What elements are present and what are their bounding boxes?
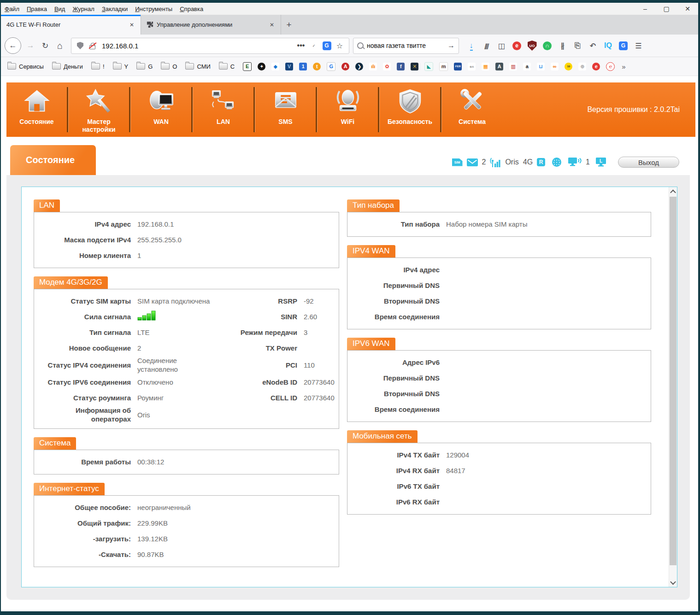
insecure-lock-icon[interactable] [86, 40, 98, 52]
translate-fav-icon[interactable]: G [327, 62, 335, 71]
bars-chart-icon[interactable]: ılı [369, 63, 377, 70]
nav-item-sms[interactable]: SMS [255, 82, 316, 137]
sidebar-icon[interactable]: ◫ [494, 39, 509, 53]
clipboard-add-icon[interactable]: ⎘ [570, 39, 585, 53]
cart-icon[interactable]: ⊔ [537, 63, 545, 70]
bookmark-folder-6[interactable]: O [161, 63, 177, 70]
url-bar[interactable]: 192.168.0.1 •••✓G☆ [71, 38, 349, 54]
chain-icon[interactable]: ∞ [551, 63, 559, 70]
logout-button[interactable]: Выход [618, 157, 679, 168]
ublock-origin-icon[interactable]: UO [524, 39, 540, 53]
bag-icon[interactable]: ▥ [509, 63, 517, 70]
pinwheel-icon[interactable]: ✿ [383, 63, 391, 70]
download-icon[interactable]: ↓ [464, 39, 479, 53]
overflow-dots-icon[interactable]: ••• [294, 39, 307, 53]
maximize-button[interactable]: ▢ [656, 5, 677, 12]
search-input[interactable]: новая газета твитте [367, 42, 447, 49]
nav-item-wifi[interactable]: WiFi [318, 82, 378, 137]
search-bar[interactable]: новая газета твитте → [353, 38, 459, 54]
bookmark-folder-7[interactable]: СМИ [185, 63, 210, 70]
row-label: Статус роуминга [34, 393, 131, 402]
nav-item-lan[interactable]: LAN [193, 82, 253, 137]
page-tab-status[interactable]: Состояние [10, 145, 96, 175]
minimize-button[interactable]: – [635, 5, 656, 12]
bookmark-folder-8[interactable]: C [219, 63, 235, 70]
menu-item-7[interactable]: Справка [176, 4, 207, 14]
scroll-up-button[interactable] [669, 187, 677, 196]
x-gold-icon[interactable]: ✕ [411, 63, 418, 70]
nav-item-мастер-настройки[interactable]: Мастер настройки [69, 82, 129, 137]
bookmark-folder-1[interactable]: Сервисы [7, 63, 44, 70]
ten-circle-icon[interactable]: 10 [565, 63, 572, 70]
tracking-shield-icon[interactable] [74, 40, 86, 52]
e-outline-icon[interactable]: ℮ [606, 62, 615, 71]
scrollbar-thumb[interactable] [670, 197, 676, 565]
chevron-dark-icon[interactable]: ❯ [355, 63, 363, 70]
new-tab-button[interactable]: + [281, 15, 297, 35]
medium-m-icon[interactable]: m [439, 62, 448, 71]
bookmark-star-icon[interactable]: ☆ [333, 39, 346, 53]
e-red-icon[interactable]: e [592, 63, 600, 70]
bookmark-folder-3[interactable]: ! [91, 63, 105, 70]
tab-close-icon[interactable]: ✕ [267, 20, 277, 30]
bookmark-folder-2[interactable]: Деньги [52, 63, 83, 70]
fer-icon[interactable]: FER [454, 63, 462, 70]
menu-item-3[interactable]: Вид [51, 4, 69, 14]
scroll-down-button[interactable] [669, 578, 677, 587]
amazon-icon[interactable]: a [523, 63, 531, 70]
menu-item-6[interactable]: Инструменты [131, 4, 176, 14]
nav-item-безопасность[interactable]: Безопасность [380, 82, 440, 137]
puzzle-icon [147, 21, 153, 28]
bookmark-folder-5[interactable]: G [136, 63, 153, 70]
tab-2[interactable]: Управление дополнениями✕ [141, 15, 281, 35]
translate-icon[interactable]: G [616, 39, 631, 53]
forward-button[interactable]: → [23, 38, 38, 53]
globe-grey-icon[interactable]: ⊕ [578, 63, 586, 70]
back-button[interactable]: ← [5, 37, 21, 54]
stylus-bars-icon[interactable]: ∦ [555, 39, 570, 53]
library-icon[interactable]: ||| [479, 39, 494, 53]
content-scrollbar[interactable] [669, 187, 677, 587]
evernote-elephant-icon[interactable]: ∩ [540, 39, 555, 53]
translate-page-icon[interactable]: G [320, 39, 333, 53]
menu-item-5[interactable]: Закладки [98, 4, 131, 14]
bookmark-folder-4[interactable]: Y [113, 63, 129, 70]
a-red-circle-icon[interactable]: A [341, 63, 349, 70]
undo-session-icon[interactable]: ↶ [585, 39, 600, 53]
nav-item-состояние[interactable]: Состояние [6, 82, 67, 137]
url-input[interactable]: 192.168.0.1 [98, 42, 294, 50]
one-box-icon[interactable]: 1 [299, 63, 307, 70]
menu-hamburger-icon[interactable]: ☰ [631, 39, 646, 53]
table-row: Новое сообщение2TX Power [34, 340, 339, 356]
z-teal-icon[interactable]: ◣ [424, 62, 433, 71]
bookmarks-overflow-icon[interactable]: » [622, 63, 625, 70]
tab-close-icon[interactable]: ✕ [127, 20, 137, 30]
protections-check-icon[interactable]: ✓ [307, 39, 320, 53]
red-e-extension-icon[interactable]: e [509, 39, 524, 53]
water-drop-icon[interactable]: ◆ [271, 63, 279, 70]
menu-item-1[interactable]: Файл [1, 4, 23, 14]
panel-title: Система [34, 437, 76, 450]
v-wing-icon[interactable]: V [285, 63, 293, 70]
iq-icon[interactable]: IQ [600, 39, 616, 53]
a-dark-icon[interactable]: A [495, 63, 503, 70]
globe-a-icon[interactable]: ⊕A [468, 63, 476, 70]
search-go-icon[interactable]: → [447, 41, 455, 50]
nav-item-wan[interactable]: WAN [131, 82, 191, 137]
row-label-2: eNodeB ID [220, 378, 297, 387]
tiles-icon[interactable]: ▦ [482, 63, 489, 70]
spark-badge-icon[interactable]: ✦ [258, 63, 265, 70]
table-row: Первичный DNS [347, 277, 651, 293]
home-button[interactable]: ⌂ [53, 38, 67, 53]
ebook-e-icon[interactable]: E [243, 62, 252, 71]
tab-1[interactable]: 4G LTE W-Fi Router✕ [1, 15, 141, 35]
nav-item-система[interactable]: Система [442, 82, 502, 137]
menu-item-4[interactable]: Журнал [69, 4, 98, 14]
t-circle-icon[interactable]: t [313, 63, 321, 70]
table-row: IPv4 TX байт129004 [347, 447, 651, 463]
reload-button[interactable]: ↻ [38, 38, 53, 53]
close-button[interactable]: ✕ [677, 5, 698, 12]
facebook-icon[interactable]: f [397, 63, 405, 70]
menu-item-2[interactable]: Правка [23, 4, 51, 14]
row-label: Информация об операторах [34, 406, 131, 423]
